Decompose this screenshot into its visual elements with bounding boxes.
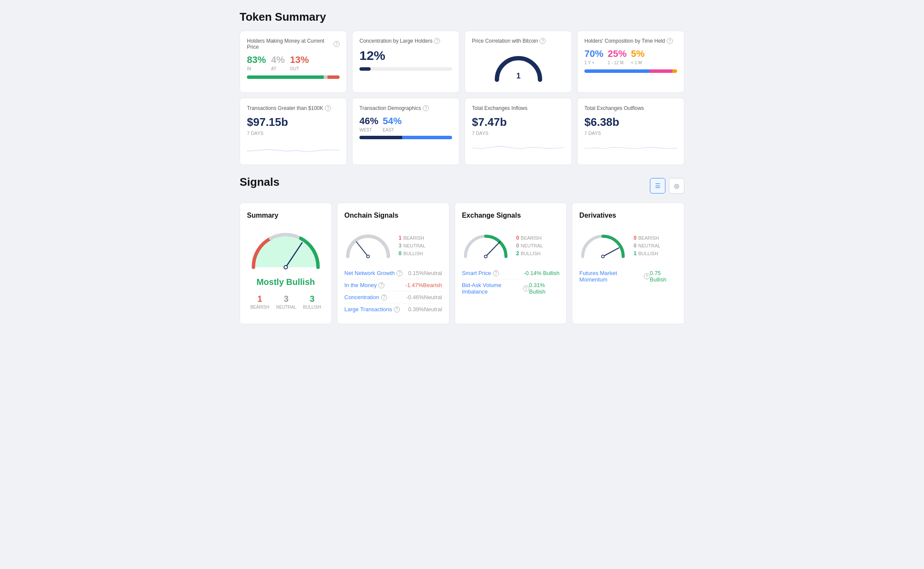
concentration-title: Concentration by Large Holders ? xyxy=(359,38,452,44)
signal-row: Concentration?-0.46%Neutral xyxy=(344,291,442,303)
derivatives-card-title: Derivatives xyxy=(579,212,677,219)
y1-pct-value: 70% xyxy=(584,48,603,59)
onchain-counts: 1 BEARISH 3 NEUTRAL 0 BULLISH xyxy=(399,226,425,256)
exchange-inflows-card: Total Exchanges Inflows $7.47b 7 DAYS xyxy=(465,98,572,165)
summary-bullish-item: 3 BULLISH xyxy=(303,294,321,310)
signal-help-icon[interactable]: ? xyxy=(381,294,387,300)
signals-view-buttons: ☰ ◎ xyxy=(650,178,684,194)
signal-row-name[interactable]: Smart Price? xyxy=(462,270,499,276)
at-pct-item: 4% AT xyxy=(271,54,285,71)
svg-point-9 xyxy=(484,256,487,258)
demo-pcts: 46% WEST 54% EAST xyxy=(359,116,452,132)
onchain-bearish-label: BEARISH xyxy=(403,235,424,241)
concentration-value: 12% xyxy=(359,48,452,63)
onchain-neutral-num: 3 xyxy=(399,243,402,249)
derivatives-gauge-svg xyxy=(579,226,627,261)
signal-help-icon[interactable]: ? xyxy=(378,282,384,288)
m12-bar xyxy=(649,69,673,73)
y1-pct-item: 70% 1 Y + xyxy=(584,48,603,65)
in-pct-label: IN xyxy=(247,66,266,71)
transactions-100k-value: $97.15b xyxy=(247,116,340,129)
holders-composition-card: Holders' Composition by Time Held ? 70% … xyxy=(577,31,684,93)
holders-money-help-icon[interactable]: ? xyxy=(334,41,340,47)
gauge-icon: ◎ xyxy=(674,182,679,189)
exchange-neutral-label: NEUTRAL xyxy=(521,243,543,248)
price-correlation-help-icon[interactable]: ? xyxy=(540,38,546,44)
signal-help-icon[interactable]: ? xyxy=(644,273,650,279)
at-pct-value: 4% xyxy=(271,54,285,66)
m1-pct-item: 5% < 1 M xyxy=(631,48,645,65)
list-view-button[interactable]: ☰ xyxy=(650,178,665,194)
east-pct-label: EAST xyxy=(383,128,402,132)
exchange-signal-rows: Smart Price?-0.14% BullishBid-Ask Volume… xyxy=(462,267,560,297)
transactions-100k-help-icon[interactable]: ? xyxy=(325,105,331,111)
summary-neutral-count: 3 xyxy=(276,294,297,304)
signal-help-icon[interactable]: ? xyxy=(394,306,400,313)
page-container: Token Summary Holders Making Money at Cu… xyxy=(231,0,693,335)
transaction-demo-card: Transaction Demographics ? 46% WEST 54% … xyxy=(352,98,459,165)
exchange-card: Exchange Signals 0 BEARISH xyxy=(455,203,567,324)
derivatives-signal-rows: Futures Market Momentum?0.75 Bullish xyxy=(579,267,677,285)
exchange-neutral-row: 0 NEUTRAL xyxy=(516,243,543,249)
signal-row-value: -1.47%Bearish xyxy=(405,282,442,288)
exchange-signal-inner: 0 BEARISH 0 NEUTRAL 2 BULLISH xyxy=(462,226,560,262)
signal-row-name[interactable]: Bid-Ask Volume Imbalance? xyxy=(462,282,529,295)
west-pct-value: 46% xyxy=(359,116,378,127)
concentration-bar xyxy=(359,67,452,71)
y1-pct-label: 1 Y + xyxy=(584,60,603,65)
concentration-fill xyxy=(359,67,371,71)
price-correlation-card: Price Correlation with Bitcoin ? 1 xyxy=(465,31,572,93)
derivatives-signal-inner: 0 BEARISH 0 NEUTRAL 1 BULLISH xyxy=(579,226,677,262)
concentration-help-icon[interactable]: ? xyxy=(434,38,440,44)
signal-row-value: 0.31% Bullish xyxy=(529,282,560,295)
m12-pct-value: 25% xyxy=(608,48,627,59)
west-pct-item: 46% WEST xyxy=(359,116,378,132)
signal-row-value: 0.15%Neutral xyxy=(408,270,442,276)
exchange-outflows-value: $6.38b xyxy=(584,116,677,129)
summary-bullish-count: 3 xyxy=(303,294,321,304)
at-bar xyxy=(324,75,328,79)
derivatives-bearish-label: BEARISH xyxy=(638,235,659,241)
signal-row: Smart Price?-0.14% Bullish xyxy=(462,267,560,279)
demo-bar xyxy=(359,136,452,139)
signal-row-name[interactable]: Concentration? xyxy=(344,294,387,300)
token-summary-title: Token Summary xyxy=(240,10,684,24)
correlation-gauge-svg: 1 xyxy=(493,52,544,82)
west-bar xyxy=(359,136,402,139)
derivatives-bearish-num: 0 xyxy=(634,235,637,241)
onchain-gauge-wrap xyxy=(344,226,392,262)
signal-row-name[interactable]: In the Money? xyxy=(344,282,384,288)
derivatives-neutral-label: NEUTRAL xyxy=(638,243,660,248)
exchange-outflows-card: Total Exchanges Outflows $6.38b 7 DAYS xyxy=(577,98,684,165)
exchange-outflows-days: 7 DAYS xyxy=(584,131,677,136)
signal-row-name[interactable]: Futures Market Momentum? xyxy=(579,270,650,283)
summary-bearish-count: 1 xyxy=(250,294,269,304)
summary-bullish-label: BULLISH xyxy=(303,305,321,310)
exchange-bullish-row: 2 BULLISH xyxy=(516,250,543,256)
onchain-card: Onchain Signals 1 xyxy=(337,203,450,324)
onchain-gauge-svg xyxy=(344,226,392,261)
signal-row: In the Money?-1.47%Bearish xyxy=(344,279,442,291)
price-correlation-gauge: 1 xyxy=(472,48,565,85)
exchange-bullish-label: BULLISH xyxy=(521,251,540,256)
summary-neutral-label: NEUTRAL xyxy=(276,305,297,310)
signal-row-name[interactable]: Net Network Growth? xyxy=(344,270,403,276)
signal-help-icon[interactable]: ? xyxy=(523,285,529,291)
onchain-card-title: Onchain Signals xyxy=(344,212,442,219)
signal-help-icon[interactable]: ? xyxy=(396,270,403,276)
signal-help-icon[interactable]: ? xyxy=(493,270,499,276)
derivatives-gauge-wrap xyxy=(579,226,627,262)
exchange-inflows-title: Total Exchanges Inflows xyxy=(472,105,565,111)
out-pct-item: 13% OUT xyxy=(290,54,309,71)
gauge-view-button[interactable]: ◎ xyxy=(669,178,684,194)
signal-row-name[interactable]: Large Transactions? xyxy=(344,306,400,313)
transaction-demo-help-icon[interactable]: ? xyxy=(423,105,429,111)
at-pct-label: AT xyxy=(271,66,285,71)
holders-composition-help-icon[interactable]: ? xyxy=(667,38,673,44)
exchange-bullish-num: 2 xyxy=(516,250,519,256)
summary-neutral-item: 3 NEUTRAL xyxy=(276,294,297,310)
signals-header: Signals ☰ ◎ xyxy=(240,175,684,196)
in-pct-item: 83% IN xyxy=(247,54,266,71)
svg-text:1: 1 xyxy=(516,72,520,80)
transaction-demo-title: Transaction Demographics ? xyxy=(359,105,452,111)
